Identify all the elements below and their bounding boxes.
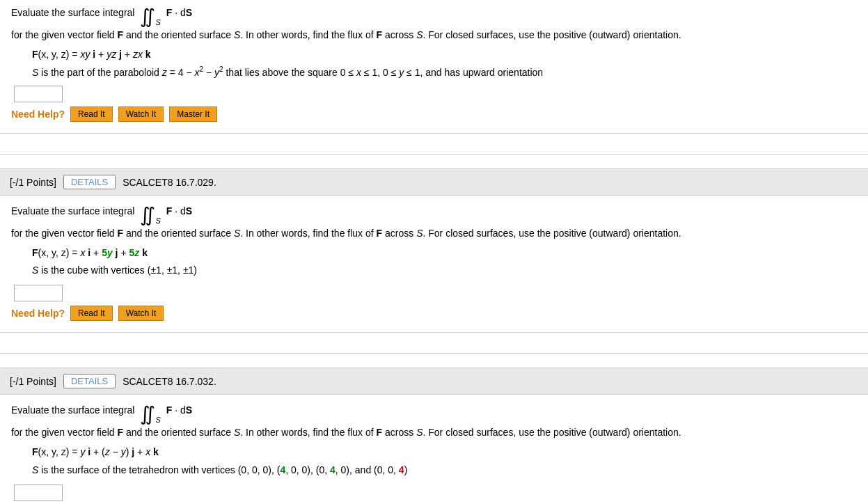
problem-3-fds: F · dS <box>166 404 192 416</box>
problem-1-watch-it-btn[interactable]: Watch It <box>118 107 164 122</box>
problem-1-read-it-btn[interactable]: Read It <box>70 107 113 122</box>
problem-2-rest: for the given vector field F and the ori… <box>11 228 681 239</box>
need-help-label-2: Need Help? <box>11 308 65 319</box>
problem-3-answer-input[interactable] <box>14 485 63 501</box>
problem-3-statement: Evaluate the surface integral ∬ S F · dS… <box>11 404 857 438</box>
problem-3-answer-area <box>14 485 857 501</box>
problem-2-points: [-/1 Points] <box>10 177 56 188</box>
problem-1-statement: Evaluate the surface integral ∬ S F · dS… <box>11 7 857 40</box>
problem-2-field: F(x, y, z) = x i + 5y j + 5z k S is the … <box>32 244 857 279</box>
problem-3-intro: Evaluate the surface integral <box>11 404 134 416</box>
problem-1-fds: F · dS <box>166 7 192 18</box>
problem-2-statement: Evaluate the surface integral ∬ S F · dS… <box>11 205 857 239</box>
problem-2-intro: Evaluate the surface integral <box>11 205 134 216</box>
problem-2-header: [-/1 Points] DETAILS SCALCET8 16.7.029. <box>0 169 868 196</box>
problem-2-need-help: Need Help? Read It Watch It <box>11 306 857 321</box>
problem-3-field: F(x, y, z) = y i + (z − y) j + x k S is … <box>32 443 857 478</box>
problem-3-rest: for the given vector field F and the ori… <box>11 427 681 438</box>
problem-2-section: [-/1 Points] DETAILS SCALCET8 16.7.029. … <box>0 168 868 333</box>
problem-3-code: SCALCET8 16.7.032. <box>123 376 216 387</box>
problem-2-fds: F · dS <box>166 205 192 216</box>
problem-3-section: [-/1 Points] DETAILS SCALCET8 16.7.032. … <box>0 368 868 504</box>
gap-1 <box>0 155 868 168</box>
problem-1-answer-area <box>14 86 857 102</box>
need-help-label-1: Need Help? <box>11 109 65 120</box>
problem-1-answer-input[interactable] <box>14 86 63 102</box>
problem-3-details-btn[interactable]: DETAILS <box>63 374 116 388</box>
problem-1-section: Evaluate the surface integral ∬ S F · dS… <box>0 0 868 134</box>
spacer-2 <box>0 333 868 354</box>
double-integral-symbol-2: ∬ S <box>140 205 160 225</box>
double-integral-symbol-3: ∬ S <box>140 404 160 424</box>
problem-3-header: [-/1 Points] DETAILS SCALCET8 16.7.032. <box>0 368 868 395</box>
gap-2 <box>0 354 868 368</box>
spacer-1 <box>0 134 868 155</box>
problem-2-details-btn[interactable]: DETAILS <box>63 175 116 189</box>
problem-1-rest: for the given vector field F and the ori… <box>11 29 681 40</box>
problem-1-intro: Evaluate the surface integral <box>11 7 134 18</box>
problem-1-master-it-btn[interactable]: Master It <box>169 107 217 122</box>
problem-1-need-help: Need Help? Read It Watch It Master It <box>11 107 857 122</box>
problem-2-read-it-btn[interactable]: Read It <box>70 306 113 321</box>
problem-2-code: SCALCET8 16.7.029. <box>123 177 216 188</box>
problem-2-answer-input[interactable] <box>14 285 63 301</box>
problem-2-watch-it-btn[interactable]: Watch It <box>118 306 164 321</box>
problem-2-body: Evaluate the surface integral ∬ S F · dS… <box>0 196 868 332</box>
problem-3-points: [-/1 Points] <box>10 376 56 387</box>
problem-1-field: F(x, y, z) = xy i + yz j + zx k S is the… <box>32 46 857 81</box>
problem-2-answer-area <box>14 285 857 301</box>
double-integral-symbol-1: ∬ S <box>140 7 160 26</box>
problem-3-body: Evaluate the surface integral ∬ S F · dS… <box>0 395 868 504</box>
